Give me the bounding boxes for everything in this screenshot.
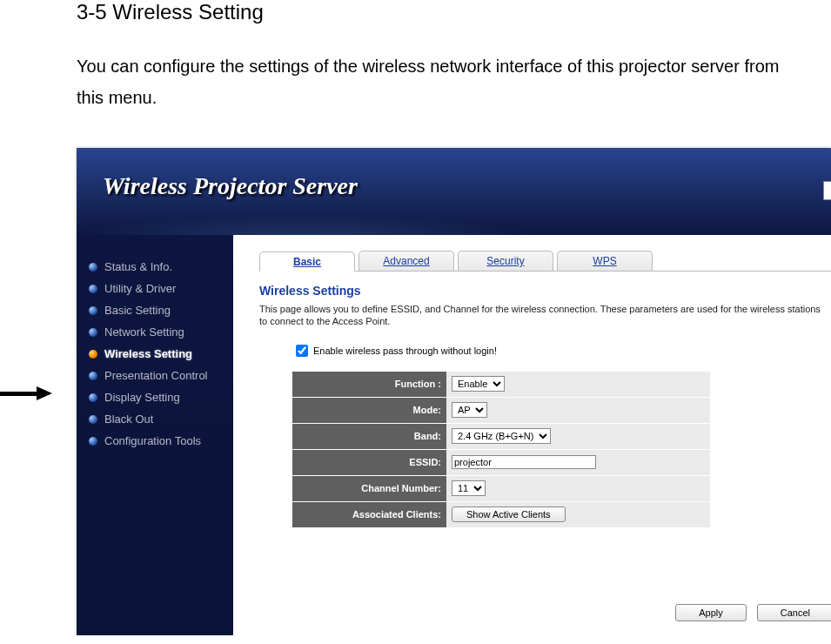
bullet-icon (89, 437, 97, 446)
app-header: Wireless Projector Server (77, 148, 831, 235)
bullet-icon-active (89, 350, 97, 359)
show-active-clients-button[interactable]: Show Active Clients (452, 506, 566, 522)
settings-table: Function : Enable Mode: AP (292, 372, 710, 528)
sidebar-item-display-setting[interactable]: Display Setting (77, 386, 233, 408)
channel-label: Channel Number: (292, 475, 446, 501)
function-select[interactable]: Enable (452, 376, 505, 392)
bullet-icon (89, 306, 97, 315)
table-row: Band: 2.4 GHz (B+G+N) (292, 423, 710, 449)
sidebar-item-label: Presentation Control (104, 369, 208, 382)
bullet-icon (89, 393, 97, 402)
cancel-button[interactable]: Cancel (757, 604, 831, 621)
sidebar-item-status-info[interactable]: Status & Info. (77, 256, 233, 278)
sidebar-item-network-setting[interactable]: Network Setting (77, 321, 233, 343)
tab-advanced[interactable]: Advanced (359, 251, 454, 271)
sidebar-item-presentation-control[interactable]: Presentation Control (77, 365, 233, 386)
sidebar-item-basic-setting[interactable]: Basic Setting (77, 299, 233, 321)
sidebar-item-label: Wireless Setting (104, 347, 192, 360)
channel-select[interactable]: 11 (452, 480, 486, 496)
sidebar-item-label: Black Out (104, 413, 153, 426)
sidebar-item-wireless-setting[interactable]: Wireless Setting (77, 343, 233, 365)
language-selector[interactable] (823, 181, 831, 200)
essid-label: ESSID: (292, 449, 446, 475)
sidebar-item-black-out[interactable]: Black Out (77, 408, 233, 430)
doc-heading: 3-5 Wireless Setting (77, 0, 831, 24)
bullet-icon (89, 328, 97, 337)
sidebar-item-label: Network Setting (104, 325, 184, 339)
content-pane: Basic Advanced Security WPS Wireless Set… (233, 235, 831, 635)
footer-buttons: Apply Cancel (675, 604, 831, 621)
table-row: Associated Clients: Show Active Clients (292, 501, 710, 527)
table-row: Function : Enable (292, 372, 710, 398)
clients-label: Associated Clients: (292, 501, 446, 527)
tab-wps[interactable]: WPS (557, 251, 653, 271)
apply-button[interactable]: Apply (675, 604, 747, 621)
tab-bar: Basic Advanced Security WPS (259, 251, 831, 272)
bullet-icon (89, 372, 97, 380)
section-title: Wireless Settings (259, 284, 831, 298)
table-row: Mode: AP (292, 397, 710, 423)
sidebar-item-label: Display Setting (104, 391, 180, 404)
table-row: Channel Number: 11 (292, 475, 710, 501)
tab-security[interactable]: Security (458, 251, 553, 271)
band-label: Band: (292, 423, 446, 449)
sidebar-item-label: Utility & Driver (104, 282, 176, 295)
tab-basic[interactable]: Basic (259, 252, 355, 272)
mode-select[interactable]: AP (452, 402, 487, 418)
pointer-arrow (0, 387, 54, 399)
section-description: This page allows you to define ESSID, an… (259, 303, 824, 328)
sidebar: Status & Info. Utility & Driver Basic Se… (77, 235, 233, 635)
app-title: Wireless Projector Server (103, 172, 358, 200)
sidebar-item-configuration-tools[interactable]: Configuration Tools (77, 430, 233, 452)
sidebar-item-label: Status & Info. (104, 260, 172, 273)
passthrough-checkbox-label: Enable wireless pass through without log… (313, 345, 497, 356)
sidebar-item-utility-driver[interactable]: Utility & Driver (77, 278, 233, 299)
mode-label: Mode: (292, 397, 446, 423)
table-row: ESSID: (292, 449, 710, 475)
bullet-icon (89, 415, 97, 424)
bullet-icon (89, 263, 97, 272)
screenshot-frame: Wireless Projector Server Status & Info.… (77, 148, 831, 635)
sidebar-item-label: Configuration Tools (104, 434, 201, 447)
band-select[interactable]: 2.4 GHz (B+G+N) (452, 428, 551, 444)
bullet-icon (89, 285, 97, 293)
sidebar-item-label: Basic Setting (104, 304, 171, 317)
function-label: Function : (292, 372, 446, 398)
passthrough-checkbox-row: Enable wireless pass through without log… (292, 342, 831, 359)
passthrough-checkbox[interactable] (296, 345, 308, 357)
essid-input[interactable] (452, 455, 596, 469)
doc-paragraph: You can configure the settings of the wi… (77, 50, 787, 113)
